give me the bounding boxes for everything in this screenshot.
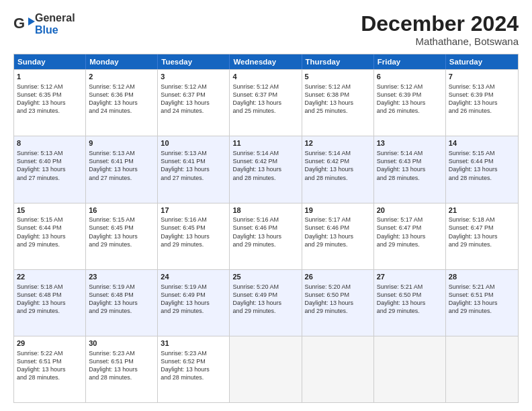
day-number: 10 — [161, 138, 226, 148]
day-number: 26 — [305, 272, 371, 282]
day-cell-2-1: 9Sunrise: 5:13 AMSunset: 6:41 PMDaylight… — [86, 136, 158, 202]
day-info: Sunrise: 5:17 AMSunset: 6:47 PMDaylight:… — [377, 216, 443, 248]
weekday-saturday: Saturday — [446, 54, 518, 69]
day-info: Sunrise: 5:14 AMSunset: 6:43 PMDaylight:… — [377, 149, 443, 182]
day-cell-3-0: 15Sunrise: 5:15 AMSunset: 6:44 PMDayligh… — [14, 203, 86, 269]
day-number: 29 — [17, 338, 83, 349]
day-number: 28 — [449, 272, 515, 282]
day-cell-5-5 — [374, 336, 446, 402]
day-number: 24 — [161, 272, 226, 282]
weekday-wednesday: Wednesday — [230, 54, 302, 69]
day-info: Sunrise: 5:21 AMSunset: 6:51 PMDaylight:… — [449, 283, 515, 316]
day-number: 14 — [449, 138, 515, 148]
day-info: Sunrise: 5:13 AMSunset: 6:41 PMDaylight:… — [161, 149, 226, 182]
day-cell-5-0: 29Sunrise: 5:22 AMSunset: 6:51 PMDayligh… — [14, 336, 86, 402]
day-number: 3 — [161, 72, 226, 82]
day-number: 31 — [161, 338, 226, 349]
logo-icon: G — [13, 13, 35, 35]
day-info: Sunrise: 5:13 AMSunset: 6:41 PMDaylight:… — [89, 149, 154, 182]
day-info: Sunrise: 5:18 AMSunset: 6:47 PMDaylight:… — [449, 216, 515, 248]
day-info: Sunrise: 5:15 AMSunset: 6:45 PMDaylight:… — [89, 216, 154, 248]
day-number: 5 — [305, 72, 371, 82]
day-cell-1-0: 1Sunrise: 5:12 AMSunset: 6:35 PMDaylight… — [14, 70, 86, 136]
day-info: Sunrise: 5:20 AMSunset: 6:49 PMDaylight:… — [232, 283, 298, 316]
day-info: Sunrise: 5:23 AMSunset: 6:52 PMDaylight:… — [161, 349, 226, 382]
logo: G General Blue — [13, 12, 75, 36]
weekday-sunday: Sunday — [14, 54, 86, 69]
day-cell-4-2: 24Sunrise: 5:19 AMSunset: 6:49 PMDayligh… — [158, 270, 230, 336]
day-info: Sunrise: 5:15 AMSunset: 6:44 PMDaylight:… — [449, 149, 515, 182]
week-row-4: 22Sunrise: 5:18 AMSunset: 6:48 PMDayligh… — [14, 269, 518, 336]
day-cell-4-3: 25Sunrise: 5:20 AMSunset: 6:49 PMDayligh… — [230, 270, 302, 336]
day-number: 11 — [232, 138, 298, 148]
day-number: 23 — [89, 272, 154, 282]
day-number: 6 — [377, 72, 443, 82]
weekday-monday: Monday — [86, 54, 158, 69]
day-cell-1-6: 7Sunrise: 5:13 AMSunset: 6:39 PMDaylight… — [446, 70, 518, 136]
day-number: 9 — [89, 138, 154, 148]
day-info: Sunrise: 5:17 AMSunset: 6:46 PMDaylight:… — [305, 216, 371, 248]
day-cell-3-5: 20Sunrise: 5:17 AMSunset: 6:47 PMDayligh… — [374, 203, 446, 269]
week-row-3: 15Sunrise: 5:15 AMSunset: 6:44 PMDayligh… — [14, 203, 518, 269]
day-number: 20 — [377, 205, 443, 216]
weekday-friday: Friday — [374, 54, 446, 69]
day-cell-2-3: 11Sunrise: 5:14 AMSunset: 6:42 PMDayligh… — [230, 136, 302, 202]
day-info: Sunrise: 5:12 AMSunset: 6:39 PMDaylight:… — [377, 83, 443, 116]
logo-blue: Blue — [35, 24, 75, 36]
day-cell-5-1: 30Sunrise: 5:23 AMSunset: 6:51 PMDayligh… — [86, 336, 158, 402]
page: G General Blue December 2024 Mathathane,… — [0, 0, 532, 411]
day-info: Sunrise: 5:16 AMSunset: 6:45 PMDaylight:… — [161, 216, 226, 248]
day-info: Sunrise: 5:12 AMSunset: 6:35 PMDaylight:… — [17, 83, 83, 116]
day-cell-3-1: 16Sunrise: 5:15 AMSunset: 6:45 PMDayligh… — [86, 203, 158, 269]
day-cell-5-4 — [302, 336, 374, 402]
day-cell-3-3: 18Sunrise: 5:16 AMSunset: 6:46 PMDayligh… — [230, 203, 302, 269]
day-cell-5-6 — [446, 336, 518, 402]
day-number: 7 — [449, 72, 515, 82]
day-cell-4-6: 28Sunrise: 5:21 AMSunset: 6:51 PMDayligh… — [446, 270, 518, 336]
day-number: 17 — [161, 205, 226, 216]
day-cell-1-4: 5Sunrise: 5:12 AMSunset: 6:38 PMDaylight… — [302, 70, 374, 136]
week-row-2: 8Sunrise: 5:13 AMSunset: 6:40 PMDaylight… — [14, 136, 518, 202]
day-info: Sunrise: 5:13 AMSunset: 6:40 PMDaylight:… — [17, 149, 83, 182]
day-cell-1-1: 2Sunrise: 5:12 AMSunset: 6:36 PMDaylight… — [86, 70, 158, 136]
svg-marker-1 — [28, 17, 35, 26]
day-cell-2-6: 14Sunrise: 5:15 AMSunset: 6:44 PMDayligh… — [446, 136, 518, 202]
day-number: 30 — [89, 338, 154, 349]
day-cell-4-0: 22Sunrise: 5:18 AMSunset: 6:48 PMDayligh… — [14, 270, 86, 336]
day-cell-2-5: 13Sunrise: 5:14 AMSunset: 6:43 PMDayligh… — [374, 136, 446, 202]
day-number: 22 — [17, 272, 83, 282]
day-info: Sunrise: 5:18 AMSunset: 6:48 PMDaylight:… — [17, 283, 83, 316]
day-number: 1 — [17, 72, 83, 82]
day-info: Sunrise: 5:12 AMSunset: 6:37 PMDaylight:… — [232, 83, 298, 116]
day-info: Sunrise: 5:12 AMSunset: 6:38 PMDaylight:… — [305, 83, 371, 116]
day-cell-1-3: 4Sunrise: 5:12 AMSunset: 6:37 PMDaylight… — [230, 70, 302, 136]
day-number: 2 — [89, 72, 154, 82]
logo-text: General Blue — [35, 12, 75, 36]
day-info: Sunrise: 5:19 AMSunset: 6:48 PMDaylight:… — [89, 283, 154, 316]
day-info: Sunrise: 5:21 AMSunset: 6:50 PMDaylight:… — [377, 283, 443, 316]
weekday-tuesday: Tuesday — [158, 54, 230, 69]
day-cell-4-1: 23Sunrise: 5:19 AMSunset: 6:48 PMDayligh… — [86, 270, 158, 336]
day-cell-1-5: 6Sunrise: 5:12 AMSunset: 6:39 PMDaylight… — [374, 70, 446, 136]
calendar-title: December 2024 — [361, 12, 519, 36]
day-cell-2-2: 10Sunrise: 5:13 AMSunset: 6:41 PMDayligh… — [158, 136, 230, 202]
calendar-subtitle: Mathathane, Botswana — [361, 36, 519, 47]
day-number: 16 — [89, 205, 154, 216]
day-number: 4 — [232, 72, 298, 82]
day-cell-2-4: 12Sunrise: 5:14 AMSunset: 6:42 PMDayligh… — [302, 136, 374, 202]
day-number: 21 — [449, 205, 515, 216]
day-number: 12 — [305, 138, 371, 148]
day-cell-2-0: 8Sunrise: 5:13 AMSunset: 6:40 PMDaylight… — [14, 136, 86, 202]
day-info: Sunrise: 5:15 AMSunset: 6:44 PMDaylight:… — [17, 216, 83, 248]
day-number: 27 — [377, 272, 443, 282]
day-info: Sunrise: 5:12 AMSunset: 6:37 PMDaylight:… — [161, 83, 226, 116]
day-cell-3-6: 21Sunrise: 5:18 AMSunset: 6:47 PMDayligh… — [446, 203, 518, 269]
day-cell-3-2: 17Sunrise: 5:16 AMSunset: 6:45 PMDayligh… — [158, 203, 230, 269]
day-cell-5-2: 31Sunrise: 5:23 AMSunset: 6:52 PMDayligh… — [158, 336, 230, 402]
calendar-header: Sunday Monday Tuesday Wednesday Thursday… — [14, 54, 518, 69]
day-cell-1-2: 3Sunrise: 5:12 AMSunset: 6:37 PMDaylight… — [158, 70, 230, 136]
day-cell-4-5: 27Sunrise: 5:21 AMSunset: 6:50 PMDayligh… — [374, 270, 446, 336]
day-info: Sunrise: 5:16 AMSunset: 6:46 PMDaylight:… — [232, 216, 298, 248]
day-number: 25 — [232, 272, 298, 282]
day-number: 13 — [377, 138, 443, 148]
